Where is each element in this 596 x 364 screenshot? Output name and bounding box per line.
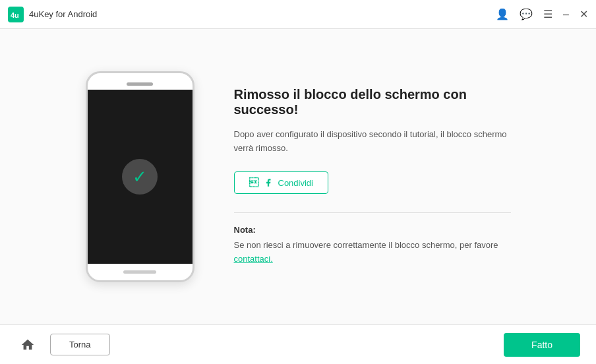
- back-button[interactable]: Torna: [50, 334, 110, 355]
- phone-mockup: ✓: [86, 71, 194, 282]
- footer-left: Torna: [16, 333, 110, 357]
- checkmark-icon: ✓: [133, 168, 147, 185]
- footer: Torna Fatto: [0, 324, 596, 364]
- message-icon[interactable]: 💬: [520, 9, 533, 20]
- nota-label: Nota:: [234, 225, 511, 235]
- share-button[interactable]:  Condividi: [234, 171, 328, 194]
- nota-text: Se non riesci a rimuovere correttamente …: [234, 239, 511, 266]
- facebook-logo-icon: [264, 178, 273, 187]
- phone-container: ✓: [86, 71, 194, 282]
- content-panel: Rimosso il blocco dello schermo con succ…: [234, 87, 511, 266]
- svg-text:4u: 4u: [11, 11, 19, 19]
- nota-text-content: Se non riesci a rimuovere correttamente …: [234, 240, 498, 250]
- close-icon[interactable]: ✕: [580, 8, 588, 20]
- titlebar: 4u 4uKey for Android 👤 💬 ☰ – ✕: [0, 0, 596, 29]
- success-circle: ✓: [122, 159, 158, 195]
- phone-speaker: [127, 82, 153, 86]
- home-button[interactable]: [16, 333, 40, 357]
- main-content: ✓ Rimosso il blocco dello schermo con su…: [0, 29, 596, 324]
- app-logo-icon: 4u: [8, 7, 24, 22]
- facebook-icon: : [249, 177, 258, 188]
- phone-screen: ✓: [88, 90, 193, 264]
- app-title: 4uKey for Android: [29, 9, 97, 19]
- user-icon[interactable]: 👤: [496, 9, 509, 20]
- menu-icon[interactable]: ☰: [543, 9, 552, 20]
- titlebar-controls: 👤 💬 ☰ – ✕: [496, 8, 588, 20]
- divider: [234, 212, 511, 213]
- minimize-icon[interactable]: –: [563, 9, 569, 20]
- done-button[interactable]: Fatto: [504, 333, 580, 357]
- success-description: Dopo aver configurato il dispositivo sec…: [234, 128, 511, 156]
- home-icon: [20, 338, 35, 352]
- success-title: Rimosso il blocco dello schermo con succ…: [234, 87, 511, 117]
- titlebar-left: 4u 4uKey for Android: [8, 7, 97, 22]
- nota-section: Nota: Se non riesci a rimuovere corretta…: [234, 225, 511, 266]
- share-button-label: Condividi: [278, 178, 313, 188]
- contact-link[interactable]: contattaci.: [234, 254, 273, 264]
- phone-home-bar: [123, 270, 156, 274]
